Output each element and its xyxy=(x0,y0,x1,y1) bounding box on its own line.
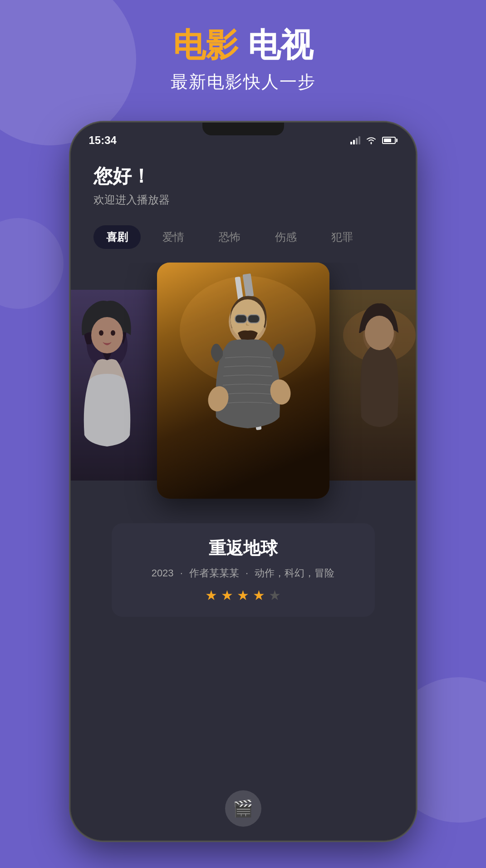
svg-point-4 xyxy=(99,330,103,336)
greeting-subtitle: 欢迎进入播放器 xyxy=(93,193,393,207)
card-center[interactable] xyxy=(157,263,329,499)
star-5: ★ xyxy=(269,587,281,603)
carousel-area: 重返地球 2023 · 作者某某某 · 动作，科幻，冒险 ★ ★ ★ ★ ★ xyxy=(71,263,416,617)
genre-tab-comedy[interactable]: 喜剧 xyxy=(93,225,141,249)
star-2: ★ xyxy=(221,587,233,603)
status-time: 15:34 xyxy=(89,134,117,147)
svg-point-0 xyxy=(370,143,372,144)
bottom-nav-hint[interactable]: 🎬 xyxy=(225,790,261,827)
genre-tab-romance[interactable]: 爱情 xyxy=(150,225,197,249)
phone-screen: 15:34 xyxy=(71,123,416,840)
svg-point-3 xyxy=(91,317,123,353)
movie-meta: 2023 · 作者某某某 · 动作，科幻，冒险 xyxy=(130,566,357,580)
movie-info-card: 重返地球 2023 · 作者某某某 · 动作，科幻，冒险 ★ ★ ★ ★ ★ xyxy=(112,523,375,617)
phone-notch xyxy=(202,123,284,135)
header-title-orange: 电影 xyxy=(173,27,238,63)
svg-point-22 xyxy=(365,316,394,350)
svg-rect-15 xyxy=(248,315,260,323)
card-right-image xyxy=(316,290,416,481)
svg-point-5 xyxy=(111,330,115,336)
header-section: 电影 电视 最新电影快人一步 xyxy=(0,27,486,94)
header-subtitle: 最新电影快人一步 xyxy=(0,70,486,94)
movie-rating: ★ ★ ★ ★ ★ xyxy=(130,587,357,603)
star-4: ★ xyxy=(253,587,265,603)
movie-genres: 动作，科幻，冒险 xyxy=(255,567,334,579)
genre-tab-sad[interactable]: 伤感 xyxy=(262,225,309,249)
star-3: ★ xyxy=(237,587,249,603)
signal-icon xyxy=(350,136,360,144)
genre-tab-horror[interactable]: 恐怖 xyxy=(206,225,253,249)
card-left-image xyxy=(71,290,171,481)
movie-title: 重返地球 xyxy=(130,537,357,560)
greeting-section: 您好！ 欢迎进入播放器 xyxy=(71,150,416,212)
movie-year: 2023 xyxy=(152,567,174,579)
star-1: ★ xyxy=(205,587,217,603)
card-center-image xyxy=(157,263,329,499)
phone-frame: 15:34 xyxy=(71,123,416,840)
header-title-white: 电视 xyxy=(248,27,313,63)
genre-tab-crime[interactable]: 犯罪 xyxy=(319,225,366,249)
genre-tabs: 喜剧 爱情 恐怖 伤感 犯罪 xyxy=(71,212,416,258)
battery-icon xyxy=(382,137,398,144)
status-icons xyxy=(350,136,398,144)
card-right[interactable] xyxy=(316,290,416,481)
wifi-icon xyxy=(366,136,377,144)
movie-icon: 🎬 xyxy=(233,799,253,818)
svg-rect-14 xyxy=(235,315,247,323)
bg-decoration-circle-mid xyxy=(0,218,64,309)
header-title: 电影 电视 xyxy=(0,27,486,63)
greeting-title: 您好！ xyxy=(93,164,393,189)
phone-mockup: 15:34 xyxy=(71,123,416,840)
card-left[interactable] xyxy=(71,290,171,481)
movie-author: 作者某某某 xyxy=(189,567,239,579)
